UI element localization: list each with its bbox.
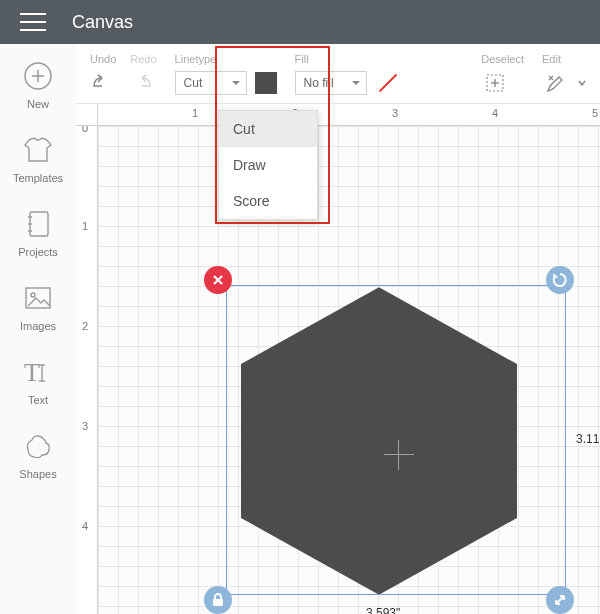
sidebar-item-label: New	[27, 98, 49, 110]
menu-item-cut[interactable]: Cut	[219, 111, 317, 147]
chevron-down-icon[interactable]	[578, 72, 586, 94]
lock-handle[interactable]	[204, 586, 232, 614]
ruler-corner	[76, 104, 98, 126]
sidebar-item-label: Projects	[18, 246, 58, 258]
sidebar-item-text[interactable]: T Text	[22, 356, 54, 406]
shapes-icon	[22, 430, 54, 462]
page-title: Canvas	[72, 12, 133, 33]
height-dimension: 3.111"	[576, 432, 600, 446]
edit-button[interactable]	[542, 71, 570, 95]
edit-label: Edit	[542, 53, 561, 67]
tshirt-icon	[22, 134, 54, 166]
redo-label: Redo	[130, 53, 156, 67]
fill-label: Fill	[295, 53, 309, 67]
fill-dropdown[interactable]: No fill	[295, 71, 367, 95]
deselect-label: Deselect	[481, 53, 524, 67]
sidebar-item-label: Shapes	[19, 468, 56, 480]
image-icon	[22, 282, 54, 314]
svg-rect-19	[213, 599, 223, 606]
svg-point-8	[31, 293, 35, 297]
deselect-button[interactable]	[481, 71, 509, 95]
sidebar-item-templates[interactable]: Templates	[13, 134, 63, 184]
undo-button[interactable]	[90, 71, 118, 95]
rotate-handle[interactable]	[546, 266, 574, 294]
notebook-icon	[22, 208, 54, 240]
menu-item-draw[interactable]: Draw	[219, 147, 317, 183]
sidebar-item-new[interactable]: New	[22, 60, 54, 110]
undo-label: Undo	[90, 53, 116, 67]
linetype-label: Linetype	[175, 53, 217, 67]
menu-item-score[interactable]: Score	[219, 183, 317, 219]
linetype-dropdown[interactable]: Cut	[175, 71, 247, 95]
delete-handle[interactable]	[204, 266, 232, 294]
sidebar-item-images[interactable]: Images	[20, 282, 56, 332]
linetype-menu: Cut Draw Score	[218, 110, 318, 220]
sidebar-item-label: Images	[20, 320, 56, 332]
width-dimension: 3.593"	[366, 606, 400, 614]
svg-rect-3	[30, 212, 48, 236]
ruler-horizontal: 1 2 3 4 5	[98, 104, 600, 126]
redo-button	[126, 71, 154, 95]
text-icon: T	[22, 356, 54, 388]
ruler-vertical: 0 1 2 3 4	[76, 126, 98, 614]
sidebar-item-label: Text	[28, 394, 48, 406]
linetype-color-swatch[interactable]	[255, 72, 277, 94]
fill-none-swatch[interactable]	[375, 72, 397, 94]
sidebar-item-label: Templates	[13, 172, 63, 184]
plus-circle-icon	[22, 60, 54, 92]
canvas-area[interactable]: 1 2 3 4 5 0 1 2 3 4	[76, 104, 600, 614]
menu-hamburger[interactable]	[20, 13, 46, 31]
sidebar-item-projects[interactable]: Projects	[18, 208, 58, 258]
top-toolbar: Undo Redo Linetype Cut	[76, 44, 600, 104]
svg-text:T: T	[24, 359, 40, 385]
sidebar-item-shapes[interactable]: Shapes	[19, 430, 56, 480]
selection-bounds[interactable]	[226, 285, 566, 595]
left-sidebar: New Templates Projects Images T Text	[0, 44, 76, 614]
resize-handle[interactable]	[546, 586, 574, 614]
